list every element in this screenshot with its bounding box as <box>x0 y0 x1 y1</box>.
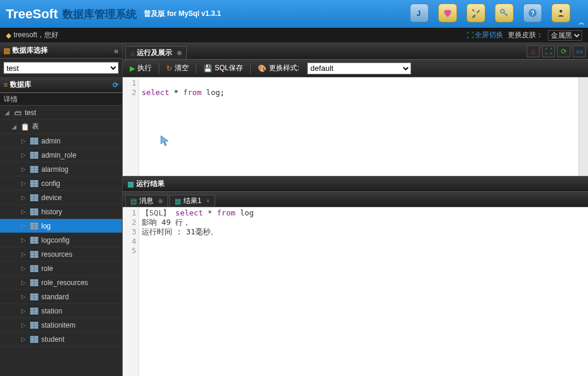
svg-text:J: J <box>417 9 421 18</box>
tree-table-standard[interactable]: ▷standard <box>0 290 122 304</box>
tab-result1-label: 结果1 <box>183 196 202 206</box>
table-icon <box>29 179 39 188</box>
tree-table-student[interactable]: ▷student <box>0 332 122 346</box>
key-icon[interactable] <box>495 4 514 22</box>
tree-table-stationitem[interactable]: ▷stationitem <box>0 318 122 332</box>
tree-table-alarmlog[interactable]: ▷alarmlog <box>0 162 122 176</box>
window-button[interactable]: ▭ <box>573 45 586 57</box>
tree-root[interactable]: ◢🗃test <box>0 106 122 120</box>
refresh-button[interactable]: ⟳ <box>557 45 570 57</box>
fullscreen-icon: ⛶ <box>545 47 552 55</box>
caret-icon[interactable]: ▷ <box>20 194 27 201</box>
subheader: ◆ treesoft，您好 ⛶ 全屏切换 更换皮肤： 金属黑 <box>0 28 588 43</box>
table-icon <box>29 151 39 159</box>
tab-messages-label: 消息 <box>139 196 153 206</box>
database-select[interactable]: test <box>4 62 119 74</box>
results-header: ▦ 运行结果 <box>123 176 588 192</box>
tab-result1[interactable]: ▦ 结果1 × <box>169 195 215 207</box>
skin-select[interactable]: 金属黑 <box>548 30 582 41</box>
fullscreen-toggle[interactable]: ⛶ 全屏切换 <box>467 30 503 40</box>
caret-icon[interactable]: ◢ <box>11 123 18 130</box>
tree-table-role[interactable]: ▷role <box>0 261 122 276</box>
save-label: SQL保存 <box>215 63 243 73</box>
fullscreen-label: 全屏切换 <box>475 30 503 40</box>
style-button[interactable]: 🎨更换样式: <box>254 62 303 74</box>
caret-icon[interactable]: ▷ <box>20 265 27 272</box>
svg-text:?: ? <box>531 9 534 17</box>
tree-table-role_resources[interactable]: ▷role_resources <box>0 276 122 290</box>
caret-icon[interactable]: ◢ <box>4 109 11 116</box>
table-icon <box>29 236 39 244</box>
caret-icon[interactable]: ▷ <box>20 336 27 342</box>
caret-icon[interactable]: ▷ <box>20 251 27 257</box>
separator <box>250 63 251 74</box>
tab-run-display[interactable]: ⌂ 运行及展示 ⊗ <box>125 46 187 59</box>
table-icon <box>29 250 39 259</box>
svg-point-1 <box>501 9 504 13</box>
tree-table-station[interactable]: ▷station <box>0 304 122 318</box>
caret-icon[interactable]: ▷ <box>20 322 27 328</box>
clear-button[interactable]: ↻清空 <box>163 62 192 74</box>
tree-table-log[interactable]: ▷log <box>0 219 122 233</box>
fullscreen-button[interactable]: ⛶ <box>542 45 555 57</box>
editor-code[interactable]: select * from log; <box>139 77 579 176</box>
run-button[interactable]: ▶执行 <box>126 62 155 74</box>
caret-icon[interactable]: ▷ <box>20 293 27 300</box>
database-icon: ≡ <box>4 81 8 89</box>
db-select-title: 数据库选择 <box>12 45 48 55</box>
caret-icon[interactable]: ▷ <box>20 223 27 229</box>
database-icon: 🗃 <box>13 109 22 117</box>
db-select-header: ▤ 数据库选择 « <box>0 43 122 58</box>
tree-table-device[interactable]: ▷device <box>0 191 122 205</box>
user-icon[interactable] <box>551 4 570 22</box>
separator <box>196 63 196 74</box>
style-select[interactable]: default <box>307 63 411 74</box>
caret-icon[interactable]: ▷ <box>20 237 27 243</box>
editor-scrollbar[interactable] <box>579 77 588 176</box>
clear-label: 清空 <box>175 63 189 73</box>
table-icon <box>29 137 39 145</box>
tree-table-config[interactable]: ▷config <box>0 176 122 191</box>
tab-close-icon[interactable]: × <box>206 198 210 204</box>
caret-icon[interactable]: ▷ <box>20 279 27 286</box>
tree-table-resources[interactable]: ▷resources <box>0 247 122 261</box>
expand-icon[interactable]: ︽ <box>579 18 584 27</box>
results-tab-bar: ▤ 消息 ⊗ ▦ 结果1 × <box>123 192 588 207</box>
home-icon: ⌂ <box>531 47 535 55</box>
caret-icon[interactable]: ▷ <box>20 138 27 144</box>
caret-icon[interactable]: ▷ <box>20 166 27 172</box>
caret-icon[interactable]: ▷ <box>20 152 27 158</box>
home-button[interactable]: ⌂ <box>527 45 540 57</box>
tab-pin-icon[interactable]: ⊗ <box>158 198 163 204</box>
help-icon[interactable]: ? <box>523 4 542 22</box>
caret-icon[interactable]: ▷ <box>20 308 27 314</box>
header-icon-bar: J ? <box>410 4 570 22</box>
user-badge-icon: ◆ <box>6 31 11 40</box>
db-panel-title: 数据库 <box>10 80 31 90</box>
caret-icon[interactable]: ▷ <box>20 180 27 187</box>
tools-icon[interactable] <box>467 4 485 22</box>
run-icon: ▶ <box>130 64 135 73</box>
message-icon: ▤ <box>130 197 137 205</box>
detail-header: 详情 <box>0 93 122 106</box>
tree-table-admin_role[interactable]: ▷admin_role <box>0 148 122 162</box>
table-icon <box>29 194 39 202</box>
tree-tables-folder[interactable]: ◢📋表 <box>0 120 122 134</box>
tab-pin-icon[interactable]: ⊗ <box>177 50 182 56</box>
detail-label: 详情 <box>4 94 18 104</box>
tree-table-history[interactable]: ▷history <box>0 205 122 219</box>
tree-table-admin[interactable]: ▷admin <box>0 134 122 148</box>
database-tree: ◢🗃test◢📋表▷admin▷admin_role▷alarmlog▷conf… <box>0 106 122 376</box>
sql-editor[interactable]: 12 select * from log; <box>123 77 588 176</box>
collapse-icon[interactable]: « <box>114 46 119 55</box>
refresh-icon[interactable]: ⟳ <box>113 81 119 89</box>
tab-messages[interactable]: ▤ 消息 ⊗ <box>125 195 168 207</box>
db-panel-header: ≡ 数据库 ⟳ <box>0 77 122 93</box>
main-tab-bar: ⌂ 运行及展示 ⊗ ⌂ ⛶ ⟳ ▭ <box>123 43 588 60</box>
header-icon-j[interactable]: J <box>410 4 429 22</box>
caret-icon[interactable]: ▷ <box>20 208 27 215</box>
tree-table-logconfig[interactable]: ▷logconfig <box>0 233 122 247</box>
heart-icon[interactable] <box>438 4 457 22</box>
save-button[interactable]: 💾SQL保存 <box>200 62 247 74</box>
save-icon: 💾 <box>203 64 212 73</box>
